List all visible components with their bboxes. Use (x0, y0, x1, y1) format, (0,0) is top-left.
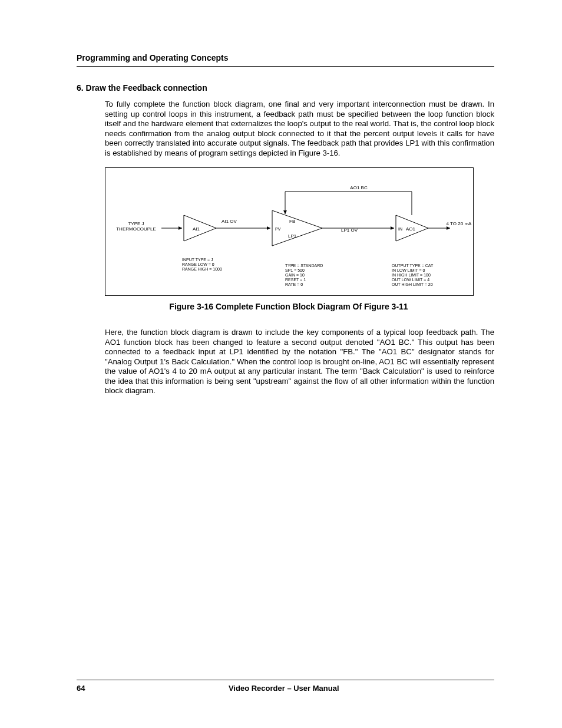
in-label: IN (398, 227, 402, 231)
ao1-p2: IN LOW LIMIT = 0 (392, 268, 425, 272)
page: Programming and Operating Concepts 6. Dr… (0, 0, 562, 728)
ai1-label: AI1 (193, 226, 200, 232)
ao1-bc-label: AO1 BC (350, 185, 368, 190)
paragraph-2: Here, the function block diagram is draw… (105, 328, 494, 396)
figure-3-16: TYPE J THERMOCOUPLE AI1 AI1 OV PV FB LP1… (105, 167, 474, 296)
fb-label: FB (289, 219, 295, 224)
block-diagram-svg: TYPE J THERMOCOUPLE AI1 AI1 OV PV FB LP1… (105, 168, 473, 295)
lp1-p2: SP1 = 500 (285, 268, 305, 272)
section-heading: 6. Draw the Feedback connection (77, 83, 494, 93)
footer-title: Video Recorder – User Manual (85, 684, 482, 693)
paragraph-1: To fully complete the function block dia… (105, 100, 494, 158)
ai1-p3: RANGE HIGH = 1000 (182, 267, 222, 271)
header-rule (77, 66, 494, 67)
lp1-p3: GAIN = 10 (285, 273, 305, 277)
running-header: Programming and Operating Concepts (77, 53, 494, 62)
lp1-p4: RESET = 1 (285, 278, 306, 282)
lp1-p5: RATE = 0 (285, 282, 303, 286)
ao1-p5: OUT HIGH LIMIT = 20 (392, 282, 433, 286)
page-number: 64 (77, 684, 85, 693)
lp1-label: LP1 (288, 233, 297, 239)
ai1-p1: INPUT TYPE = J (182, 258, 213, 262)
ao1-p4: OUT LOW LIMIT = 4 (392, 278, 429, 282)
ai1-ov-label: AI1 OV (222, 219, 237, 224)
page-footer: 64 Video Recorder – User Manual (77, 680, 494, 693)
ai1-p2: RANGE LOW = 0 (182, 262, 214, 266)
ao1-p3: IN HIGH LIMIT = 100 (392, 273, 431, 277)
ao1-p1: OUTPUT TYPE = CAT (392, 263, 434, 268)
ai1-block (184, 215, 216, 241)
figure-caption: Figure 3-16 Complete Function Block Diag… (105, 302, 472, 311)
lp1-p1: TYPE = STANDARD (285, 263, 323, 268)
ao1-label: AO1 (406, 226, 416, 232)
pv-label: PV (275, 227, 281, 231)
footer-rule (77, 680, 494, 680)
input-thermo-label: THERMOCOUPLE (116, 226, 156, 232)
output-label: 4 TO 20 mA (447, 221, 472, 226)
input-type-label: TYPE J (128, 221, 144, 226)
